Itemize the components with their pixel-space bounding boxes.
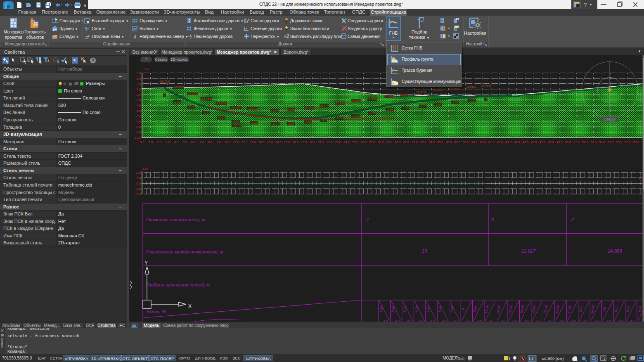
svg-text:37.0: 37.0 (454, 140, 460, 144)
svg-text:1,68: 1,68 (391, 305, 396, 313)
svg-text:-6.35: -6.35 (287, 122, 294, 125)
svg-text:11,617: 11,617 (521, 248, 536, 253)
svg-text:-7.0: -7.0 (135, 120, 141, 123)
svg-text:9,06: 9,06 (473, 305, 478, 313)
svg-text:-2.0: -2.0 (135, 93, 141, 97)
svg-text:?: ? (584, 2, 587, 8)
svg-text:11.79%: 11.79% (384, 95, 394, 98)
svg-text:26.0: 26.0 (360, 140, 367, 144)
svg-text:33.0: 33.0 (420, 140, 426, 144)
svg-text:14.0: 14.0 (258, 140, 264, 144)
svg-text:0.0: 0.0 (140, 140, 144, 144)
svg-text:-1: -1 (365, 217, 369, 222)
svg-text:20,47: 20,47 (496, 305, 502, 314)
svg-text:7.0: 7.0 (199, 140, 204, 144)
svg-text:27.0: 27.0 (369, 140, 375, 144)
svg-text:-4.15: -4.15 (401, 106, 409, 110)
svg-text:14,383: 14,383 (607, 248, 622, 253)
svg-text:-6.0: -6.0 (135, 114, 141, 118)
svg-text:12.0: 12.0 (241, 140, 247, 144)
svg-text:13,1: 13,1 (613, 306, 619, 313)
svg-text:3.0: 3.0 (166, 140, 170, 144)
svg-text:15,7: 15,7 (578, 305, 584, 313)
svg-text:-68.71%: -68.71% (159, 80, 170, 83)
svg-text:0.0: 0.0 (137, 82, 141, 86)
svg-text:-9.0: -9.0 (135, 130, 141, 134)
svg-text:-2: -2 (485, 97, 488, 101)
svg-text:-2: -2 (570, 217, 574, 222)
svg-text:-42.22%: -42.22% (173, 85, 184, 89)
svg-text:12.71%: 12.71% (481, 84, 491, 88)
svg-text:24,48: 24,48 (519, 305, 525, 314)
svg-text:0,0: 0,0 (602, 306, 607, 312)
svg-text:9.36%: 9.36% (400, 93, 409, 97)
svg-text:2.0: 2.0 (156, 140, 161, 144)
svg-text:46.0: 46.0 (531, 140, 537, 144)
svg-text:16.0: 16.0 (275, 140, 282, 144)
svg-text:53.0: 53.0 (590, 140, 597, 144)
svg-text:30.0: 30.0 (395, 140, 401, 144)
svg-text:20.47%: 20.47% (319, 104, 330, 108)
svg-text:Y: Y (144, 260, 148, 266)
svg-text:50.0: 50.0 (565, 140, 571, 144)
svg-text:21,79: 21,79 (543, 305, 549, 314)
svg-text:2,44: 2,44 (449, 305, 455, 313)
svg-text:-1: -1 (163, 93, 166, 97)
svg-text:-3.0: -3.0 (135, 98, 141, 102)
svg-text:20.0: 20.0 (309, 140, 315, 144)
svg-text:58.0: 58.0 (633, 140, 639, 144)
svg-text:15.0: 15.0 (267, 140, 273, 144)
svg-text:1,79: 1,79 (414, 305, 419, 313)
svg-text:-2.13: -2.13 (173, 100, 181, 104)
svg-text:1.0: 1.0 (136, 176, 141, 180)
svg-text:-2.0: -2.0 (135, 192, 141, 196)
svg-text:Н,м: Н,м (143, 67, 149, 71)
svg-text:0.0: 0.0 (136, 182, 141, 185)
svg-text:-10.0: -10.0 (134, 136, 141, 140)
svg-text:1,65: 1,65 (379, 305, 384, 313)
svg-text:-5.82: -5.82 (232, 120, 239, 123)
svg-text:11.0: 11.0 (233, 140, 239, 144)
svg-text:-5.2: -5.2 (321, 118, 327, 122)
svg-text:13.0: 13.0 (250, 140, 256, 144)
svg-text:34.0: 34.0 (429, 140, 435, 144)
svg-text:23.35%: 23.35% (334, 102, 346, 105)
svg-text:57.0: 57.0 (625, 140, 631, 144)
svg-text:0: 0 (462, 308, 466, 311)
svg-text:2.0: 2.0 (136, 71, 141, 75)
svg-text:a͡e: a͡e (460, 357, 464, 361)
svg-text:28.0: 28.0 (377, 140, 384, 144)
svg-text:-3.16: -3.16 (419, 104, 426, 108)
svg-text:-3.22: -3.22 (187, 105, 195, 109)
svg-text:18.0: 18.0 (292, 140, 298, 144)
svg-text:47.0: 47.0 (539, 140, 545, 144)
svg-text:-5.17: -5.17 (218, 116, 225, 120)
svg-text:17.31%: 17.31% (416, 90, 426, 94)
svg-text:17.0: 17.0 (284, 140, 290, 144)
svg-text:1,95: 1,95 (437, 305, 443, 313)
svg-text:-2.23: -2.23 (468, 99, 476, 102)
svg-text:14.55%: 14.55% (449, 87, 459, 91)
svg-text:м1:500 (мм): м1:500 (мм) (542, 356, 564, 361)
svg-text:0.00%: 0.00% (270, 109, 279, 113)
svg-text:19: 19 (422, 248, 427, 253)
svg-text:44.0: 44.0 (514, 140, 520, 144)
svg-text:-6.47: -6.47 (272, 122, 279, 125)
svg-text:-9.89%: -9.89% (466, 85, 476, 89)
svg-text:43.0: 43.0 (505, 140, 511, 144)
svg-text:-5.21: -5.21 (336, 116, 343, 120)
svg-text:40.0: 40.0 (480, 140, 486, 144)
svg-text:25.0: 25.0 (351, 140, 358, 144)
svg-text:-13.31: -13.31 (232, 123, 241, 127)
svg-text:21.0: 21.0 (317, 140, 324, 144)
svg-text:Уклон, %: Уклон, % (146, 309, 166, 314)
svg-text:-6.08: -6.08 (304, 120, 312, 124)
svg-text:23.0: 23.0 (334, 140, 341, 144)
svg-text:-8.0: -8.0 (135, 125, 141, 129)
svg-text:23,97: 23,97 (531, 305, 537, 314)
svg-text:1,87: 1,87 (426, 305, 431, 313)
svg-text:39.0: 39.0 (471, 140, 477, 144)
svg-text:-11.97%: -11.97% (247, 107, 258, 111)
svg-text:Глубина залегания сетей, м: Глубина залегания сетей, м (146, 282, 210, 287)
svg-text:4.0: 4.0 (174, 140, 178, 144)
